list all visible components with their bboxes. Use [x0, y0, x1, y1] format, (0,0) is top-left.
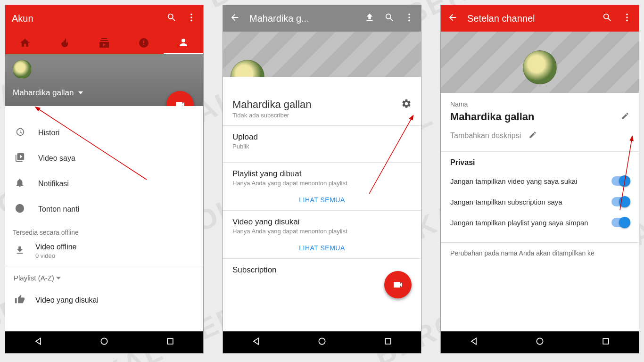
phone-channel-screen: Mahardika g... Mahardika gallan Tidak ad… [223, 5, 421, 354]
account-username-row[interactable]: Mahardika gallan [13, 88, 196, 98]
avatar[interactable] [523, 50, 557, 84]
nav-recent-icon[interactable] [165, 337, 175, 348]
svg-point-13 [626, 16, 628, 18]
nav-home-icon[interactable] [317, 337, 327, 348]
svg-point-0 [190, 14, 192, 16]
topbar: Mahardika g... [223, 5, 421, 32]
nav-tabs [5, 32, 203, 54]
privacy-toggle-subs: Jangan tampilkan subscription saya [441, 191, 639, 212]
liked-label: Video yang disukai [35, 296, 99, 304]
back-icon[interactable] [447, 12, 458, 25]
page-title: Setelan channel [467, 13, 593, 24]
svg-point-9 [319, 338, 325, 344]
bell-icon [15, 178, 25, 190]
playlist-sort-dropdown[interactable]: Playlist (A-Z) [5, 266, 203, 289]
clock-icon [15, 203, 25, 215]
upload-section[interactable]: Upload Publik [223, 126, 421, 153]
gear-icon[interactable] [401, 99, 412, 111]
account-banner: Mahardika gallan [5, 54, 203, 106]
channel-banner [223, 32, 421, 77]
description-field[interactable]: Tambahkan deskripsi [441, 131, 639, 151]
nav-recent-icon[interactable] [601, 337, 611, 348]
svg-point-8 [408, 20, 410, 22]
thumbs-up-icon [15, 294, 25, 306]
page-title: Akun [12, 13, 157, 24]
privacy-label: Jangan tampilkan video yang saya sukai [450, 177, 605, 185]
playlist-sort-label: Playlist (A-Z) [14, 274, 54, 282]
menu-item-liked[interactable]: Video yang disukai [5, 289, 203, 311]
menu-item-offline[interactable]: Video offline 0 video [5, 239, 203, 266]
menu-label: Notifikasi [38, 180, 69, 188]
nav-home-icon[interactable] [535, 337, 545, 348]
back-icon[interactable] [230, 12, 240, 25]
menu-item-history[interactable]: Histori [5, 120, 203, 146]
menu-item-watchlater[interactable]: Tonton nanti [5, 197, 203, 222]
svg-point-2 [190, 20, 192, 22]
tab-account[interactable] [164, 32, 203, 54]
nav-back-icon[interactable] [251, 337, 261, 348]
subscriber-count: Tidak ada subscriber [232, 112, 401, 119]
channel-name: Mahardika gallan [232, 99, 401, 111]
menu-label: Tonton nanti [38, 205, 79, 214]
topbar: Akun [5, 5, 203, 32]
playlist-section: Playlist yang dibuat Hanya Anda yang dap… [223, 163, 421, 189]
playlist-title: Playlist yang dibuat [232, 169, 412, 179]
svg-point-12 [626, 14, 628, 16]
see-all-link[interactable]: LIHAT SEMUA [223, 189, 421, 210]
name-value: Mahardika gallan [450, 111, 615, 123]
liked-title: Video yang disukai [232, 217, 412, 227]
channel-content: Mahardika gallan Tidak ada subscriber Up… [223, 77, 421, 331]
avatar[interactable] [13, 60, 32, 79]
privacy-toggle-liked: Jangan tampilkan video yang saya sukai [441, 171, 639, 191]
privacy-label: Jangan tampilkan playlist yang saya simp… [450, 219, 605, 227]
more-icon[interactable] [404, 12, 414, 25]
tab-home[interactable] [5, 32, 45, 54]
toggle-switch[interactable] [611, 176, 629, 186]
toggle-switch[interactable] [611, 197, 629, 206]
more-icon[interactable] [622, 12, 632, 25]
account-username: Mahardika gallan [13, 88, 74, 98]
upload-sub: Publik [232, 143, 412, 150]
nav-back-icon[interactable] [33, 337, 43, 348]
menu-item-notifications[interactable]: Notifikasi [5, 171, 203, 197]
search-icon[interactable] [384, 12, 395, 25]
upload-title: Upload [232, 132, 412, 142]
menu-item-myvideos[interactable]: Video saya [5, 146, 203, 171]
chevron-down-icon [78, 91, 83, 94]
description-placeholder: Tambahkan deskripsi [450, 132, 521, 140]
toggle-switch[interactable] [611, 218, 629, 227]
search-icon[interactable] [166, 12, 177, 25]
nav-recent-icon[interactable] [383, 337, 393, 348]
edit-icon[interactable] [621, 112, 629, 122]
privacy-section-title: Privasi [441, 152, 639, 171]
offline-section-label: Tersedia secara offline [5, 222, 203, 239]
phone-account-screen: Akun Mahardika gallan Histori Video saya… [5, 5, 204, 354]
android-navbar [5, 331, 203, 353]
svg-point-14 [626, 20, 628, 22]
search-icon[interactable] [602, 12, 612, 25]
privacy-toggle-playlists: Jangan tampilkan playlist yang saya simp… [441, 212, 639, 233]
subscription-title: Subscription [232, 265, 412, 275]
nav-home-icon[interactable] [99, 337, 109, 348]
nav-back-icon[interactable] [469, 337, 479, 348]
svg-rect-10 [385, 338, 391, 344]
account-menu: Histori Video saya Notifikasi Tonton nan… [5, 106, 203, 331]
chevron-down-icon [56, 277, 61, 280]
history-icon [15, 127, 25, 139]
liked-sub: Hanya Anda yang dapat menonton playlist [232, 228, 412, 235]
android-navbar [441, 331, 639, 353]
see-all-link[interactable]: LIHAT SEMUA [223, 238, 421, 258]
name-field-row[interactable]: Mahardika gallan [441, 111, 639, 131]
tab-trending[interactable] [45, 32, 84, 54]
upload-icon[interactable] [364, 12, 375, 25]
record-fab[interactable] [384, 271, 412, 298]
channel-banner[interactable] [441, 32, 639, 93]
more-icon[interactable] [186, 12, 197, 25]
tab-subscriptions[interactable] [84, 32, 124, 54]
settings-content: Nama Mahardika gallan Tambahkan deskrips… [441, 93, 639, 331]
svg-point-6 [408, 14, 410, 16]
svg-point-1 [190, 16, 192, 18]
menu-label: Video saya [38, 154, 75, 163]
tab-activity[interactable] [124, 32, 164, 54]
page-title: Mahardika g... [249, 13, 355, 24]
